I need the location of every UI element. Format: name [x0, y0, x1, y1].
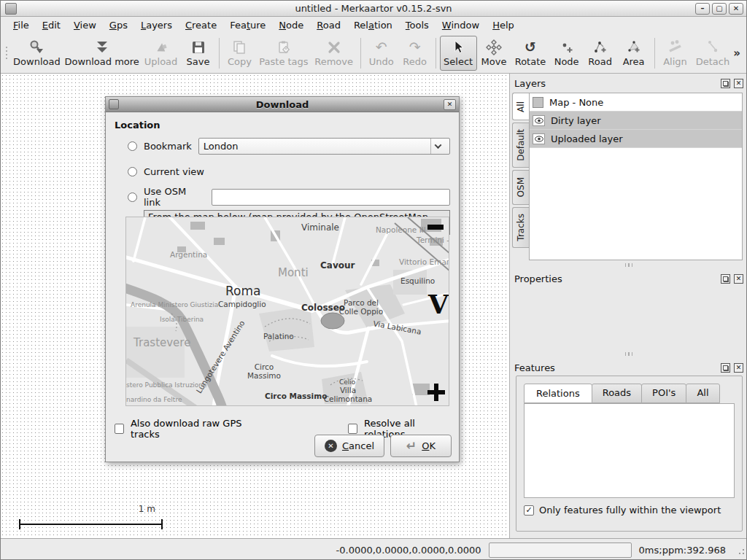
download-icon: [28, 39, 44, 56]
layers-tab-all[interactable]: All: [512, 93, 529, 120]
progress-bar: [489, 542, 632, 558]
resolve-relations-checkbox[interactable]: [348, 424, 357, 434]
map-label: Argentina: [170, 251, 207, 260]
gps-tracks-checkbox[interactable]: [115, 424, 124, 434]
bookmark-combobox[interactable]: London: [198, 138, 450, 155]
select-tool-button[interactable]: Select: [440, 36, 477, 71]
features-tab-bar: Relations Roads POI's All: [524, 384, 719, 403]
dock-splitter[interactable]: [510, 262, 747, 268]
eye-icon[interactable]: [533, 115, 545, 126]
layer-row-dirty[interactable]: Dirty layer: [530, 112, 742, 130]
menu-relation[interactable]: Relation: [347, 18, 399, 32]
layers-tab-osm[interactable]: OSM: [512, 170, 529, 205]
menu-view[interactable]: View: [67, 18, 103, 32]
download-button[interactable]: Download: [10, 36, 63, 71]
resize-grip[interactable]: [735, 545, 745, 555]
layer-row-uploaded[interactable]: Uploaded layer: [530, 130, 742, 148]
dialog-title: Download: [106, 99, 459, 110]
minimize-button[interactable]: –: [695, 3, 710, 15]
menu-help[interactable]: Help: [486, 18, 521, 32]
menu-node[interactable]: Node: [272, 18, 310, 32]
menu-create[interactable]: Create: [179, 18, 223, 32]
toolbar-drag-handle[interactable]: [4, 40, 9, 66]
osm-link-radio[interactable]: [128, 192, 137, 202]
menu-road[interactable]: Road: [310, 18, 347, 32]
map-label: Napoleone III: [376, 226, 426, 235]
select-cursor-icon: [451, 39, 465, 56]
bookmark-radio[interactable]: [128, 141, 137, 151]
copy-button[interactable]: Copy: [222, 36, 256, 71]
tab-roads[interactable]: Roads: [592, 384, 642, 403]
toolbar-separator: [654, 38, 655, 69]
tab-all[interactable]: All: [686, 384, 719, 403]
layer-row-map-none[interactable]: Map - None: [530, 93, 742, 112]
close-button[interactable]: ✕: [729, 3, 743, 15]
download-more-button[interactable]: Download more: [63, 36, 141, 71]
map-label: Villa Celimontana: [317, 386, 379, 403]
properties-panel-header: Properties ✕: [510, 271, 747, 287]
menu-tools[interactable]: Tools: [399, 18, 436, 32]
node-tool-button[interactable]: Node: [550, 36, 584, 71]
dialog-title-bar[interactable]: Download ✕: [106, 97, 459, 112]
upload-icon: [153, 39, 169, 56]
maximize-button[interactable]: ▢: [712, 3, 727, 15]
menu-gps[interactable]: Gps: [103, 18, 134, 32]
copy-icon: [232, 39, 247, 56]
bookmark-combobox-value: London: [204, 141, 430, 152]
move-tool-button[interactable]: Move: [477, 36, 511, 71]
menu-edit[interactable]: Edit: [36, 18, 67, 32]
close-panel-icon[interactable]: ✕: [734, 274, 743, 284]
app-window: untitled - Merkaartor v0.15.2-svn – ▢ ✕ …: [0, 0, 747, 560]
viewport-checkbox[interactable]: ✓: [524, 505, 534, 516]
align-icon: [667, 39, 684, 56]
detach-button[interactable]: Detach: [692, 36, 734, 71]
cancel-button[interactable]: ✕ Cancel: [314, 435, 384, 457]
layers-panel-title: Layers: [514, 78, 546, 89]
menu-file[interactable]: File: [7, 18, 36, 32]
layers-tab-tracks[interactable]: Tracks: [512, 207, 529, 248]
undo-icon: ↶: [376, 39, 387, 56]
eye-icon[interactable]: [533, 133, 545, 144]
zoom-out-button[interactable]: [427, 225, 444, 230]
float-panel-icon[interactable]: [721, 274, 730, 284]
redo-button[interactable]: ↷ Redo: [398, 36, 432, 71]
rotate-tool-button[interactable]: ↺ Rotate: [511, 36, 549, 71]
float-panel-icon[interactable]: [721, 363, 730, 373]
move-icon: [486, 39, 502, 56]
tab-pois[interactable]: POI's: [641, 384, 686, 403]
features-list[interactable]: [524, 403, 735, 498]
toolbar-overflow-button[interactable]: »: [733, 47, 740, 60]
menu-feature[interactable]: Feature: [223, 18, 272, 32]
layers-list: Map - None Dirty layer Uploaded layer: [529, 93, 743, 260]
chevron-down-icon[interactable]: [430, 139, 445, 154]
upload-button[interactable]: Upload: [141, 36, 182, 71]
road-tool-button[interactable]: Road: [584, 36, 617, 71]
map-label: stero Pubblica Istruzione: [126, 382, 207, 389]
dock-splitter[interactable]: [510, 351, 747, 357]
scale-label: 1 m: [139, 504, 155, 514]
menu-window[interactable]: Window: [436, 18, 486, 32]
align-button[interactable]: Align: [659, 36, 692, 71]
menu-layers[interactable]: Layers: [134, 18, 179, 32]
remove-button[interactable]: Remove: [311, 36, 356, 71]
layer-swatch-icon: [533, 97, 543, 108]
dialog-close-button[interactable]: ✕: [444, 99, 456, 110]
tab-relations[interactable]: Relations: [524, 384, 592, 403]
download-map[interactable]: Viminale Napoleone III Termini - La Arge…: [125, 217, 449, 406]
close-panel-icon[interactable]: ✕: [734, 79, 743, 88]
osm-link-label: Use OSM link: [144, 186, 205, 208]
paste-tags-button[interactable]: Paste tags: [256, 36, 311, 71]
toolbar-separator: [219, 38, 220, 69]
save-button[interactable]: Save: [182, 36, 215, 71]
osm-link-input[interactable]: [212, 189, 450, 206]
undo-button[interactable]: ↶ Undo: [365, 36, 398, 71]
area-tool-button[interactable]: Area: [617, 36, 651, 71]
ok-button[interactable]: ↵ OK: [390, 435, 452, 457]
layers-tab-default[interactable]: Default: [512, 122, 529, 168]
title-bar: untitled - Merkaartor v0.15.2-svn – ▢ ✕: [1, 1, 746, 17]
float-panel-icon[interactable]: [721, 79, 730, 88]
main-toolbar: Download Download more Upload Save Copy …: [1, 33, 746, 74]
close-panel-icon[interactable]: ✕: [734, 363, 743, 373]
zoom-in-button[interactable]: [427, 384, 445, 401]
current-view-radio[interactable]: [128, 167, 137, 176]
